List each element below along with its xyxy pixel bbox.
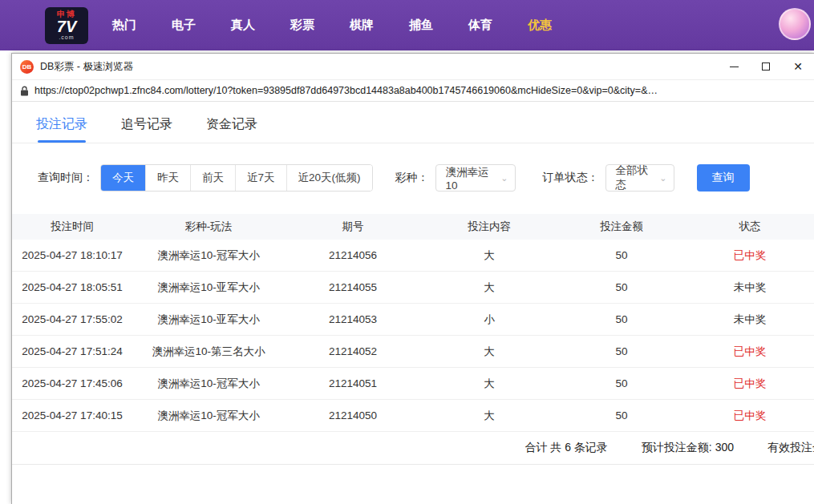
tab-2[interactable]: 追号记录 [121,116,172,143]
chevron-down-icon: ⌄ [500,173,508,183]
cell-content: 大 [421,248,557,263]
time-option-5[interactable]: 近20天(低频) [286,165,372,191]
table-row: 2025-04-27 17:40:15澳洲幸运10-冠军大小21214050大5… [12,400,814,432]
cell-content: 小 [421,312,557,327]
table-header-cell: 彩种-玩法 [132,220,285,234]
cell-time: 2025-04-27 17:40:15 [12,409,132,421]
cell-time: 2025-04-27 18:10:17 [12,249,132,261]
table-row: 2025-04-27 18:05:51澳洲幸运10-亚军大小21214055大5… [12,272,814,304]
cell-issue: 21214051 [285,377,421,389]
table-row: 2025-04-27 17:55:02澳洲幸运10-亚军大小21214053小5… [12,304,814,336]
site-logo[interactable]: 申博 7V .com [45,7,88,44]
time-option-2[interactable]: 昨天 [145,165,190,191]
lottery-select-value: 澳洲幸运10 [446,165,493,192]
cell-amount: 50 [557,377,686,389]
table-header-cell: 期号 [285,220,421,234]
cell-time: 2025-04-27 17:45:06 [12,377,132,389]
cell-issue: 21214056 [285,249,421,261]
lock-icon [20,86,29,96]
cell-issue: 21214055 [285,281,421,293]
nav-item-6[interactable]: 捕鱼 [409,18,433,33]
cell-amount: 50 [557,281,686,293]
cell-issue: 21214053 [285,313,421,325]
nav-item-8[interactable]: 优惠 [528,18,552,33]
maximize-button[interactable] [750,54,782,79]
maximize-icon [762,62,770,71]
close-icon: ✕ [793,61,803,72]
table-body: 2025-04-27 18:10:17澳洲幸运10-冠军大小21214056大5… [12,240,814,432]
logo-text-7v: 7V [57,18,76,34]
table-row: 2025-04-27 17:45:06澳洲幸运10-冠军大小21214051大5… [12,368,814,400]
summary-valid-amount: 有效投注金 [767,441,814,455]
time-option-4[interactable]: 近7天 [235,165,286,191]
cell-game: 澳洲幸运10-亚军大小 [132,312,285,327]
nav-item-2[interactable]: 电子 [172,18,196,33]
time-filter-label: 查询时间： [38,171,94,185]
summary-row: 合计 共 6 条记录 预计投注金额: 300 有效投注金 [12,432,814,465]
tab-1[interactable]: 投注记录 [36,116,87,143]
cell-game: 澳洲幸运10-第三名大小 [132,345,285,359]
logo-text-com: .com [59,34,74,40]
window-titlebar[interactable]: DB DB彩票 - 极速浏览器 ✕ [12,54,814,79]
summary-expected-amount: 预计投注金额: 300 [642,441,734,455]
table-row: 2025-04-27 18:10:17澳洲幸运10-冠军大小21214056大5… [12,240,814,272]
summary-total: 合计 共 6 条记录 [524,441,607,455]
status-filter-label: 订单状态： [543,171,599,185]
site-topbar: 申博 7V .com 热门电子真人彩票棋牌捕鱼体育优惠 [0,0,814,50]
cell-status: 已中奖 [686,345,814,359]
cell-status: 已中奖 [686,409,814,423]
search-button[interactable]: 查询 [697,164,750,192]
time-option-3[interactable]: 前天 [190,165,235,191]
tab-3[interactable]: 资金记录 [206,116,257,143]
nav-item-5[interactable]: 棋牌 [350,18,374,33]
cell-issue: 21214052 [285,345,421,357]
cell-content: 大 [421,377,557,391]
status-select-value: 全部状态 [616,163,652,192]
cell-amount: 50 [557,409,686,421]
cell-time: 2025-04-27 18:05:51 [12,281,132,293]
time-option-1[interactable]: 今天 [101,165,145,191]
cell-content: 大 [421,409,557,423]
cell-content: 大 [421,345,557,359]
nav-item-4[interactable]: 彩票 [290,18,314,33]
cell-status: 未中奖 [686,312,814,327]
window-controls: ✕ [718,54,814,79]
close-button[interactable]: ✕ [782,54,814,79]
cell-game: 澳洲幸运10-冠军大小 [132,377,285,391]
cell-amount: 50 [557,249,686,261]
cell-amount: 50 [557,313,686,325]
nav-item-3[interactable]: 真人 [231,18,255,33]
cell-status: 已中奖 [686,377,814,391]
filter-bar: 查询时间： 今天昨天前天近7天近20天(低频) 彩种： 澳洲幸运10 ⌄ 订单状… [38,164,814,192]
url-text[interactable]: https://ctop02pchwp1.zfnc84.com/lottery/… [34,85,658,96]
time-filter-group: 今天昨天前天近7天近20天(低频) [100,164,373,192]
minimize-icon [730,67,739,67]
window-title: DB彩票 - 极速浏览器 [40,60,133,74]
cell-game: 澳洲幸运10-冠军大小 [132,248,285,263]
cell-status: 未中奖 [686,280,814,295]
nav-item-7[interactable]: 体育 [468,18,492,33]
table-header-row: 投注时间彩种-玩法期号投注内容投注金额状态 [12,214,814,240]
cell-time: 2025-04-27 17:51:24 [12,345,132,357]
cell-issue: 21214050 [285,409,421,421]
lottery-filter-label: 彩种： [395,171,429,185]
user-avatar[interactable] [779,8,811,40]
minimize-button[interactable] [718,54,750,79]
cell-status: 已中奖 [686,248,814,263]
lottery-select[interactable]: 澳洲幸运10 ⌄ [435,164,516,192]
table-row: 2025-04-27 17:51:24澳洲幸运10-第三名大小21214052大… [12,336,814,368]
address-bar[interactable]: https://ctop02pchwp1.zfnc84.com/lottery/… [12,79,814,102]
table-header-cell: 投注时间 [12,220,132,234]
table-header-cell: 状态 [686,220,814,234]
cell-game: 澳洲幸运10-亚军大小 [132,280,285,295]
browser-window: DB DB彩票 - 极速浏览器 ✕ https://ctop02pchwp1.z… [11,53,814,504]
table-header-cell: 投注金额 [557,220,686,234]
record-tabs: 投注记录追号记录资金记录 [12,102,814,143]
nav-item-1[interactable]: 热门 [112,18,136,33]
cell-content: 大 [421,280,557,295]
cell-amount: 50 [557,345,686,357]
chevron-down-icon: ⌄ [659,173,666,183]
status-select[interactable]: 全部状态 ⌄ [605,164,674,192]
table-header-cell: 投注内容 [421,220,557,234]
cell-time: 2025-04-27 17:55:02 [12,313,132,325]
